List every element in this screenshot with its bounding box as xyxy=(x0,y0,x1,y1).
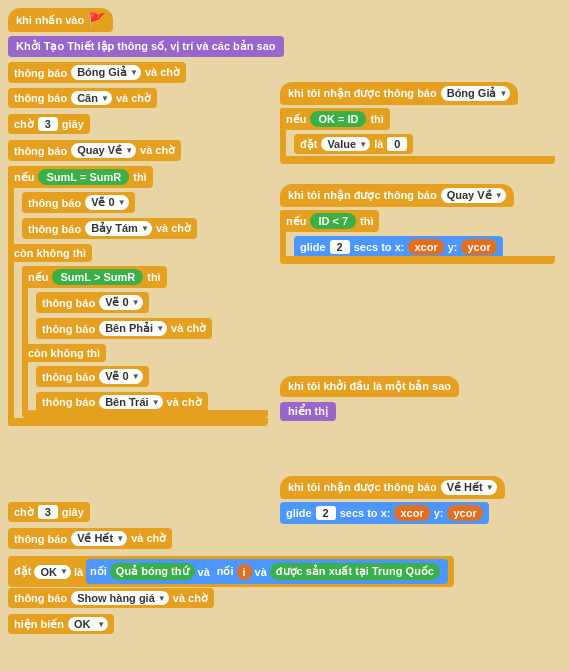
broadcast-ve0-3[interactable]: thông báo Vẽ 0 xyxy=(36,366,149,387)
if-cap-inner xyxy=(22,410,268,418)
broadcast-quayve[interactable]: thông báo Quay Về và chờ xyxy=(8,140,181,161)
show-block[interactable]: hiển thị xyxy=(280,402,336,421)
if-bar-outer xyxy=(8,166,14,426)
cond-ok-id[interactable]: OK = ID xyxy=(310,111,366,127)
glide1-val[interactable]: 2 xyxy=(330,240,350,254)
dd-vehet[interactable]: Về Hết xyxy=(71,531,127,546)
if-bar-inner xyxy=(22,266,28,416)
broadcast-benphai[interactable]: thông báo Bên Phải và chờ xyxy=(36,318,212,339)
if-ok-eq-id[interactable]: nếu OK = ID thì xyxy=(280,108,390,130)
glide-1[interactable]: glide 2 secs to x: xcor y: ycor xyxy=(294,236,503,258)
dd-bongggia[interactable]: Bóng Giả xyxy=(71,65,141,80)
dd-ok-show[interactable]: OK xyxy=(68,617,108,631)
wait-val-2[interactable]: 3 xyxy=(38,505,58,519)
dd-ok[interactable]: OK xyxy=(34,565,71,579)
var-i[interactable]: i xyxy=(237,564,252,580)
dd-ve0-3[interactable]: Vẽ 0 xyxy=(99,369,143,384)
glide2-ycor[interactable]: ycor xyxy=(447,505,482,521)
if-cap-outer xyxy=(8,418,268,426)
flag-icon: 🚩 xyxy=(88,12,105,28)
cond-id-7[interactable]: ID < 7 xyxy=(310,213,356,229)
glide2-val[interactable]: 2 xyxy=(316,506,336,520)
if-bar-right xyxy=(280,108,286,160)
dd-quayve[interactable]: Quay Về xyxy=(71,143,136,158)
dd-ve0-1[interactable]: Vẽ 0 xyxy=(85,195,129,210)
dd-benphai[interactable]: Bên Phải xyxy=(99,321,167,336)
join-inner[interactable]: nối i và được sản xuất tại Trung Quốc xyxy=(213,561,444,582)
cond-suml-gt-sumr[interactable]: SumL > SumR xyxy=(52,269,143,285)
wait-3s[interactable]: chờ 3 giây xyxy=(8,114,90,134)
glide1-xcor[interactable]: xcor xyxy=(408,239,443,255)
broadcast-bongggia[interactable]: thông báo Bóng Giả và chờ xyxy=(8,62,186,83)
dd-baytam[interactable]: Bảy Tám xyxy=(85,221,152,236)
dd-bentrai[interactable]: Bên Trái xyxy=(99,395,162,409)
else-1: còn không thì xyxy=(8,244,92,262)
workspace: khi nhấn vào 🚩 Khởi Tạo Thiết lập thông … xyxy=(0,0,569,671)
dd-can[interactable]: Cân xyxy=(71,91,112,105)
if-cap-right xyxy=(280,156,555,164)
hat-flag-block[interactable]: khi nhấn vào 🚩 xyxy=(8,8,113,32)
val-0[interactable]: 0 xyxy=(387,137,407,151)
if-suml-sumr[interactable]: nếu SumL = SumR thì xyxy=(8,166,153,188)
glide2-xcor[interactable]: xcor xyxy=(394,505,429,521)
show-var-ok[interactable]: hiện biến OK xyxy=(8,614,114,634)
str-duocsanxuat[interactable]: được sản xuất tại Trung Quốc xyxy=(270,563,440,580)
dd-value[interactable]: Value xyxy=(321,137,370,151)
if2-bar-right xyxy=(280,210,286,260)
broadcast-showhanggoia[interactable]: thông báo Show hàng giá và chờ xyxy=(8,588,214,608)
join-outer[interactable]: nối Quả bóng thứ và nối i và được sản xu… xyxy=(86,559,448,584)
broadcast-vehet[interactable]: thông báo Về Hết và chờ xyxy=(8,528,172,549)
glide-2[interactable]: glide 2 secs to x: xcor y: ycor xyxy=(280,502,489,524)
broadcast-bentrai[interactable]: thông báo Bên Trái và chờ xyxy=(36,392,208,412)
dd-hat2[interactable]: Quay Về xyxy=(441,188,506,203)
broadcast-can[interactable]: thông báo Cân và chờ xyxy=(8,88,157,108)
str-quabongchu[interactable]: Quả bóng thứ xyxy=(110,563,195,580)
glide1-ycor[interactable]: ycor xyxy=(461,239,496,255)
dd-hat1[interactable]: Bóng Giả xyxy=(441,86,511,101)
hat-text: khi nhấn vào xyxy=(16,14,84,27)
broadcast-ve0-1[interactable]: thông báo Vẽ 0 xyxy=(22,192,135,213)
else-2: còn không thì xyxy=(22,344,106,362)
dd-showhanggoia[interactable]: Show hàng giá xyxy=(71,591,169,605)
broadcast-baytam[interactable]: thông báo Bảy Tám và chờ xyxy=(22,218,197,239)
dd-ve0-2[interactable]: Vẽ 0 xyxy=(99,295,143,310)
set-ok-join[interactable]: đặt OK là nối Quả bóng thứ và nối i và đ… xyxy=(8,556,454,587)
broadcast-ve0-2[interactable]: thông báo Vẽ 0 xyxy=(36,292,149,313)
cond-suml-eq-sumr[interactable]: SumL = SumR xyxy=(38,169,129,185)
if-id-lt-7[interactable]: nếu ID < 7 thì xyxy=(280,210,379,232)
when-clone-start[interactable]: khi tôi khởi đầu là một bản sao xyxy=(280,376,459,397)
init-block[interactable]: Khởi Tạo Thiết lập thông số, vị trí và c… xyxy=(8,36,284,57)
when-receive-quayve[interactable]: khi tôi nhận được thông báo Quay Về xyxy=(280,184,514,207)
wait-val[interactable]: 3 xyxy=(38,117,58,131)
when-receive-bongggia[interactable]: khi tôi nhận được thông báo Bóng Giả xyxy=(280,82,518,105)
set-value-0[interactable]: đặt Value là 0 xyxy=(294,134,413,154)
if2-cap-right xyxy=(280,256,555,264)
if-suml-gt-sumr[interactable]: nếu SumL > SumR thì xyxy=(22,266,167,288)
wait-3s-2[interactable]: chờ 3 giây xyxy=(8,502,90,522)
dd-hat4[interactable]: Về Hết xyxy=(441,480,497,495)
when-receive-vehet[interactable]: khi tôi nhận được thông báo Về Hết xyxy=(280,476,505,499)
